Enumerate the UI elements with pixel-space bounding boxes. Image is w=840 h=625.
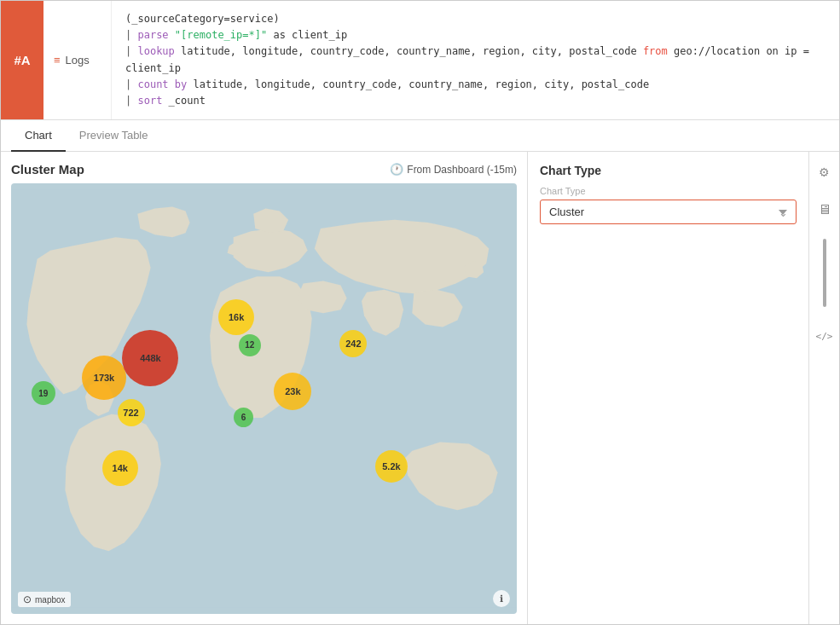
- query-bar: #A ≡ Logs (_sourceCategory=service) | pa…: [1, 1, 839, 120]
- query-source: ≡ Logs: [43, 1, 112, 119]
- source-name: Logs: [66, 54, 90, 67]
- main-content: Cluster Map 🕐 From Dashboard (-15m): [1, 152, 839, 624]
- chart-type-title: Chart Type: [540, 164, 797, 177]
- settings-button[interactable]: ⚙: [813, 160, 837, 184]
- cluster-242[interactable]: 242: [339, 330, 367, 357]
- cluster-722[interactable]: 722: [118, 399, 145, 426]
- cluster-19[interactable]: 19: [32, 381, 55, 405]
- monitor-icon: 🖥: [818, 202, 831, 217]
- chart-type-select[interactable]: Cluster Heat Map Point Map: [540, 200, 797, 224]
- chart-type-panel: Chart Type Chart Type Cluster Heat Map P…: [527, 152, 808, 624]
- cluster-448k[interactable]: 448k: [122, 330, 178, 386]
- mapbox-attribution: ⊙ mapbox: [18, 592, 71, 607]
- mapbox-circle-icon: ⊙: [23, 593, 32, 605]
- pipe-1: |: [125, 29, 137, 41]
- pipe-3: |: [125, 78, 137, 90]
- cluster-173k[interactable]: 173k: [82, 356, 126, 400]
- sort-field: _count: [169, 95, 206, 107]
- sidebar-icons: ⚙ 🖥 </>: [808, 152, 839, 624]
- map-time-label: From Dashboard (-15m): [407, 164, 517, 176]
- cluster-12[interactable]: 12: [239, 334, 261, 356]
- scroll-indicator: [823, 239, 826, 307]
- map-container[interactable]: 173k 448k 19 722 14k 16k 12: [11, 183, 517, 614]
- map-header: Cluster Map 🕐 From Dashboard (-15m): [11, 162, 517, 177]
- pipe-2: |: [125, 45, 137, 57]
- as-client-ip: as client_ip: [267, 29, 347, 41]
- app-container: #A ≡ Logs (_sourceCategory=service) | pa…: [0, 0, 840, 625]
- cluster-14k[interactable]: 14k: [102, 450, 138, 486]
- document-icon: ≡: [54, 54, 61, 67]
- clock-icon: 🕐: [390, 163, 403, 176]
- mapbox-label: mapbox: [35, 595, 66, 605]
- display-button[interactable]: 🖥: [813, 198, 837, 222]
- cluster-52k[interactable]: 5.2k: [375, 450, 408, 483]
- kw-count: count by: [137, 78, 193, 90]
- count-fields: latitude, longitude, country_code, count…: [193, 78, 649, 90]
- tab-preview-table[interactable]: Preview Table: [66, 120, 162, 152]
- info-button[interactable]: ℹ: [493, 590, 510, 607]
- kw-from: from: [643, 45, 668, 57]
- chart-type-section: Chart Type Chart Type Cluster Heat Map P…: [540, 164, 797, 224]
- query-code-block: (_sourceCategory=service) | parse "[remo…: [112, 1, 839, 119]
- gear-icon: ⚙: [819, 165, 830, 179]
- code-button[interactable]: </>: [813, 324, 837, 348]
- lookup-fields: latitude, longitude, country_code, count…: [181, 45, 643, 57]
- tabs-bar: Chart Preview Table: [1, 120, 839, 152]
- code-icon: </>: [816, 331, 833, 342]
- kw-sort: sort: [137, 95, 168, 107]
- pipe-4: |: [125, 95, 137, 107]
- cluster-6[interactable]: 6: [234, 408, 253, 427]
- map-panel: Cluster Map 🕐 From Dashboard (-15m): [1, 152, 527, 624]
- query-line-1: (_sourceCategory=service): [125, 13, 280, 25]
- kw-parse: parse: [137, 29, 174, 41]
- query-label: #A: [1, 1, 43, 119]
- world-map-svg: [11, 183, 517, 614]
- chart-type-label: Chart Type: [540, 186, 797, 196]
- chart-type-select-wrapper: Cluster Heat Map Point Map: [540, 200, 797, 224]
- map-title: Cluster Map: [11, 162, 84, 177]
- map-time: 🕐 From Dashboard (-15m): [390, 163, 517, 176]
- kw-string-1: "[remote_ip=*]": [175, 29, 267, 41]
- kw-lookup: lookup: [137, 45, 181, 57]
- tab-chart[interactable]: Chart: [11, 120, 66, 152]
